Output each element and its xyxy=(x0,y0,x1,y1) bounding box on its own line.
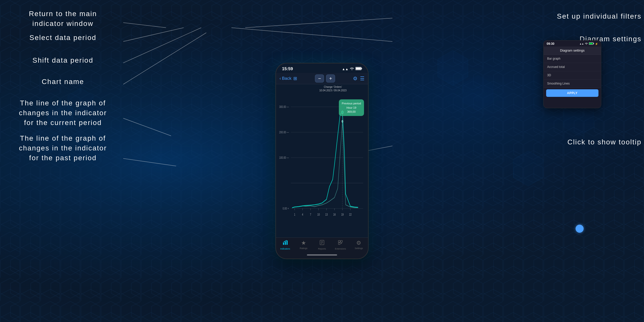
tab-extensions-label: Extensions xyxy=(335,248,346,250)
svg-rect-62 xyxy=(338,240,340,242)
diagram-settings-title: Diagram settings xyxy=(544,47,601,55)
dp-time: 09:30 xyxy=(547,42,554,46)
click-tooltip-dot[interactable] xyxy=(576,225,584,233)
svg-text:200.00 —: 200.00 — xyxy=(279,130,289,134)
tooltip-line3: 369,00 xyxy=(342,110,361,114)
back-chevron-icon: ‹ xyxy=(279,76,281,81)
annotation-shift-period: Shift data period xyxy=(3,55,123,65)
wifi-icon xyxy=(350,67,354,71)
svg-rect-25 xyxy=(361,68,362,69)
svg-point-22 xyxy=(352,69,352,70)
filter-icon[interactable]: ☰ xyxy=(360,75,365,82)
period-controls: − + xyxy=(315,74,335,83)
toolbar: ‹ Back ⊞ − + ⚙ ☰ xyxy=(276,73,368,84)
svg-rect-63 xyxy=(341,240,342,242)
status-time: 15:59 xyxy=(282,66,293,71)
tab-settings[interactable]: ⚙ Settings xyxy=(351,240,366,250)
diagram-settings-panel: 09:30 ▲▲ ⚡ xyxy=(543,40,601,108)
indicators-icon xyxy=(283,240,288,247)
phone-mockup: 15:59 ▲▲ xyxy=(275,63,369,259)
tab-reports-label: Reports xyxy=(318,248,326,250)
period-increase-button[interactable]: + xyxy=(326,74,335,83)
tab-bar: Indicators ★ Ratings Repor xyxy=(276,237,368,251)
annotation-click-tooltip: Click to show tooltip xyxy=(568,137,641,147)
back-button[interactable]: ‹ Back xyxy=(279,76,291,81)
battery-icon xyxy=(355,67,362,71)
dp-apply-button[interactable]: APPLY xyxy=(546,89,598,97)
svg-text:13: 13 xyxy=(325,213,328,216)
annotation-select-period: Select data period xyxy=(3,33,123,43)
svg-rect-67 xyxy=(589,43,593,44)
svg-rect-56 xyxy=(285,242,286,245)
svg-rect-57 xyxy=(287,240,288,245)
dp-icons: ▲▲ ⚡ xyxy=(579,42,598,45)
chart-area[interactable]: Previous period Hour 19 369,00 xyxy=(276,92,368,237)
annotation-filters: Set up individual filters xyxy=(557,11,641,21)
toolbar-left: ‹ Back ⊞ xyxy=(279,76,297,81)
back-label: Back xyxy=(282,76,292,81)
tooltip-line2: Hour 19 xyxy=(342,106,361,110)
svg-text:7: 7 xyxy=(310,213,311,216)
svg-text:22: 22 xyxy=(349,213,352,216)
svg-point-65 xyxy=(586,44,587,45)
period-label: Change 'Orders'10.04.2023 / 09.04.2023 xyxy=(319,85,346,92)
chart-tooltip: Previous period Hour 19 369,00 xyxy=(339,99,364,116)
svg-text:100.00 —: 100.00 — xyxy=(279,156,289,159)
settings-tab-icon: ⚙ xyxy=(356,240,361,246)
svg-text:1: 1 xyxy=(294,213,295,216)
svg-text:16: 16 xyxy=(333,213,336,216)
extensions-icon xyxy=(338,240,343,247)
reports-icon xyxy=(319,240,325,247)
dp-wifi-icon xyxy=(585,43,588,45)
signal-icon: ▲▲ xyxy=(342,67,348,71)
svg-rect-24 xyxy=(356,68,361,70)
grid-icon[interactable]: ⊞ xyxy=(293,76,297,81)
home-indicator xyxy=(276,251,368,259)
annotation-chart-name: Chart name xyxy=(3,77,123,87)
annotations-left: Return to the mainindicator window Selec… xyxy=(0,0,123,322)
tooltip-line1: Previous period xyxy=(342,101,361,106)
dp-option-3d[interactable]: 3D xyxy=(544,71,601,79)
dp-battery-icon xyxy=(589,42,594,45)
svg-text:4: 4 xyxy=(302,213,303,216)
tab-indicators-label: Indicators xyxy=(280,248,290,250)
dp-option-accrued-total[interactable]: Accrued total xyxy=(544,63,601,71)
svg-text:10: 10 xyxy=(317,213,320,216)
svg-rect-55 xyxy=(283,243,284,245)
svg-rect-68 xyxy=(593,43,594,44)
home-bar xyxy=(307,254,337,256)
tab-ratings[interactable]: ★ Ratings xyxy=(296,240,311,250)
tab-indicators[interactable]: Indicators xyxy=(278,240,293,250)
tab-extensions[interactable]: Extensions xyxy=(333,240,348,250)
annotation-return: Return to the mainindicator window xyxy=(3,9,123,28)
svg-rect-64 xyxy=(338,243,340,245)
dp-signal-icon: ▲▲ xyxy=(579,43,584,45)
annotation-current-line: The line of the graph ofchanges in the i… xyxy=(3,98,123,128)
svg-point-54 xyxy=(342,120,343,123)
phone-screen: 15:59 ▲▲ xyxy=(276,63,368,259)
phone-frame: 15:59 ▲▲ xyxy=(275,63,369,259)
status-icons: ▲▲ xyxy=(342,67,362,71)
tab-ratings-label: Ratings xyxy=(300,247,308,250)
period-decrease-button[interactable]: − xyxy=(315,74,324,83)
dp-option-bar-graph[interactable]: Bar graph xyxy=(544,55,601,63)
ratings-icon: ★ xyxy=(301,240,306,246)
status-bar: 15:59 ▲▲ xyxy=(276,63,368,73)
svg-text:19: 19 xyxy=(341,213,344,216)
toolbar-right: ⚙ ☰ xyxy=(353,75,365,82)
svg-text:300.00 —: 300.00 — xyxy=(279,105,289,108)
tab-settings-label: Settings xyxy=(355,247,363,250)
annotations-right: Set up individual filters Diagram settin… xyxy=(367,0,644,322)
dp-charging-icon: ⚡ xyxy=(595,43,598,45)
tab-reports[interactable]: Reports xyxy=(314,240,330,250)
svg-text:0.00 +: 0.00 + xyxy=(283,207,289,210)
dp-option-smoothing-lines[interactable]: Smoothing Lines xyxy=(544,79,601,88)
diagram-phone-frame: 09:30 ▲▲ ⚡ xyxy=(543,40,601,108)
dp-status-bar: 09:30 ▲▲ ⚡ xyxy=(544,41,601,47)
annotation-past-line: The line of the graph ofchanges in the i… xyxy=(3,133,123,163)
settings-icon[interactable]: ⚙ xyxy=(353,75,357,82)
